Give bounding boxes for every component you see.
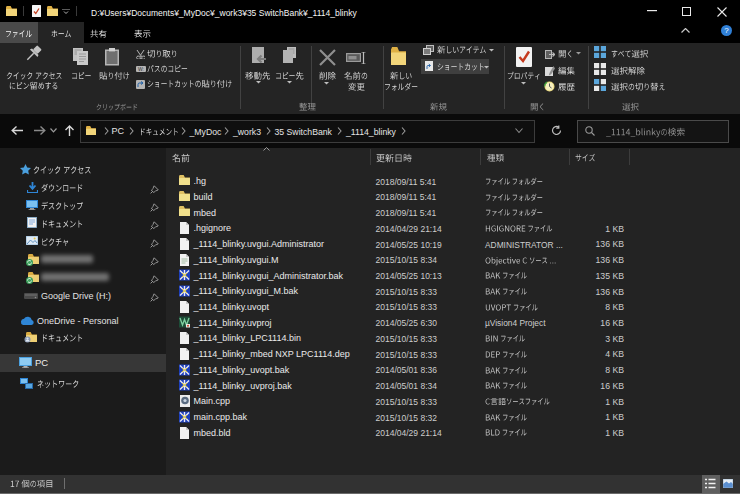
svg-text:?: ? [724,26,729,35]
svg-text:W:: W: [138,66,144,72]
